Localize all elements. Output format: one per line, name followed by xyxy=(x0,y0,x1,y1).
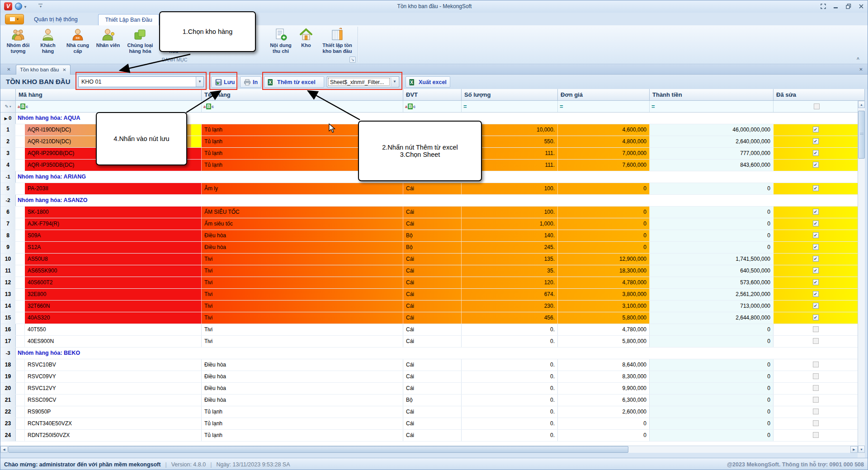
table-row[interactable]: 1240S600T2TiviCái120.4,780,000573,600,00… xyxy=(0,277,858,289)
cell-thanh-tien[interactable]: 0 xyxy=(650,418,774,429)
minimize-icon[interactable] xyxy=(831,2,840,10)
cell-don-gia[interactable]: 18,300,000 xyxy=(558,265,650,277)
cell-ma-hang[interactable]: S12A xyxy=(25,242,202,253)
column-header-1[interactable]: Tên hàng xyxy=(202,89,403,101)
close-tab-icon[interactable]: ✕ xyxy=(62,67,66,72)
cell-ma-hang[interactable]: RDNT250I50VZX xyxy=(25,430,202,441)
checkbox[interactable]: ✔ xyxy=(813,232,819,238)
cell-ten-hang[interactable]: ẤM SIÊU TỐC xyxy=(202,207,403,218)
cell-so-luong[interactable]: 0. xyxy=(462,383,558,394)
cell-ten-hang[interactable]: Tivi xyxy=(202,336,403,347)
cell-da-sua[interactable]: ✔ xyxy=(774,148,858,159)
checkbox[interactable]: ✔ xyxy=(813,268,819,273)
cell-thanh-tien[interactable]: 2,640,000,000 xyxy=(650,136,774,147)
cell-da-sua[interactable]: ✔ xyxy=(774,183,858,194)
cell-so-luong[interactable]: 0. xyxy=(462,336,558,347)
cell-da-sua[interactable] xyxy=(774,395,858,406)
cell-thanh-tien[interactable]: 843,600,000 xyxy=(650,160,774,171)
cell-so-luong[interactable]: 0. xyxy=(462,418,558,429)
cell-don-gia[interactable]: 0 xyxy=(558,183,650,194)
cell-da-sua[interactable]: ✔ xyxy=(774,254,858,265)
cell-ma-hang[interactable]: S09A xyxy=(25,230,202,241)
cell-ma-hang[interactable]: RSSC09CV xyxy=(25,395,202,406)
table-row[interactable]: 21RSSC09CVĐiều hòaBộ0.6,300,0000 xyxy=(0,395,858,406)
cell-ma-hang[interactable]: 32T660N xyxy=(25,301,202,312)
checkbox[interactable] xyxy=(813,432,819,438)
cell-so-luong[interactable]: 245. xyxy=(462,242,558,253)
checkbox[interactable] xyxy=(814,103,820,109)
cell-ma-hang[interactable]: AS65SK900 xyxy=(25,265,202,277)
cell-dvt[interactable]: Cái xyxy=(403,183,462,194)
cell-da-sua[interactable]: ✔ xyxy=(774,160,858,171)
cell-da-sua[interactable]: ✔ xyxy=(774,265,858,277)
cell-ten-hang[interactable]: Tủ lạnh xyxy=(202,406,403,418)
cell-da-sua[interactable] xyxy=(774,359,858,371)
filter-thanh-tien[interactable]: = xyxy=(650,101,774,112)
cell-thanh-tien[interactable]: 713,000,000 xyxy=(650,301,774,312)
cell-so-luong[interactable]: 456. xyxy=(462,312,558,324)
cell-da-sua[interactable] xyxy=(774,371,858,382)
cell-dvt[interactable]: Cái xyxy=(403,207,462,218)
column-header-0[interactable]: Mã hàng xyxy=(16,89,202,101)
cell-don-gia[interactable]: 7,000,000 xyxy=(558,148,650,159)
cell-so-luong[interactable]: 1,000. xyxy=(462,218,558,230)
cell-thanh-tien[interactable]: 0 xyxy=(650,383,774,394)
cell-don-gia[interactable]: 0 xyxy=(558,218,650,230)
cell-da-sua[interactable] xyxy=(774,418,858,429)
ribbon-button-nh-n-vi-n-[interactable]: Nhân viên xyxy=(94,26,123,62)
horizontal-scrollbar[interactable]: ◀ ▶ xyxy=(0,446,858,453)
cell-dvt[interactable]: Cái xyxy=(403,254,462,265)
cell-so-luong[interactable]: 0. xyxy=(462,324,558,335)
checkbox[interactable] xyxy=(813,326,819,332)
checkbox[interactable]: ✔ xyxy=(813,138,819,144)
checkbox[interactable] xyxy=(813,409,819,414)
cell-dvt[interactable]: Cái xyxy=(403,430,462,441)
cell-dvt[interactable]: Cái xyxy=(403,371,462,382)
cell-don-gia[interactable]: 0 xyxy=(558,242,650,253)
cell-don-gia[interactable]: 4,780,000 xyxy=(558,277,650,288)
ribbon-button-ch-ng-lo-i-h-ng-h-a[interactable]: Chủng loạihàng hóa xyxy=(123,26,157,62)
cell-don-gia[interactable]: 4,780,000 xyxy=(558,324,650,335)
checkbox[interactable] xyxy=(813,397,819,403)
column-header-2[interactable]: ĐVT xyxy=(403,89,462,101)
cell-ten-hang[interactable]: Điều hòa xyxy=(202,230,403,241)
cell-da-sua[interactable]: ✔ xyxy=(774,218,858,230)
cell-ma-hang[interactable]: SK-1800 xyxy=(25,207,202,218)
cell-ten-hang[interactable]: Tivi xyxy=(202,301,403,312)
cell-thanh-tien[interactable]: 0 xyxy=(650,430,774,441)
cell-dvt[interactable]: Cái xyxy=(403,301,462,312)
checkbox[interactable]: ✔ xyxy=(813,244,819,250)
ribbon-button-nh-cung-c-p[interactable]: DXNhà cungcấp xyxy=(63,26,93,62)
cell-ten-hang[interactable]: Tủ lạnh xyxy=(202,430,403,441)
cell-thanh-tien[interactable]: 0 xyxy=(650,359,774,371)
table-row[interactable]: 9S12AĐiều hòaBộ245.00✔ xyxy=(0,242,858,254)
checkbox[interactable]: ✔ xyxy=(813,127,819,132)
restore-icon[interactable] xyxy=(844,2,853,10)
cell-da-sua[interactable]: ✔ xyxy=(774,301,858,312)
cell-don-gia[interactable]: 0 xyxy=(558,230,650,241)
checkbox[interactable]: ✔ xyxy=(813,291,819,297)
cell-ten-hang[interactable]: Điều hòa xyxy=(202,395,403,406)
table-row[interactable]: 20RSVC12VYĐiều hòaCái0.9,900,0000 xyxy=(0,383,858,395)
cell-ma-hang[interactable]: RSVC12VY xyxy=(25,383,202,394)
cell-da-sua[interactable] xyxy=(774,324,858,335)
cell-ma-hang[interactable]: AS50U8 xyxy=(25,254,202,265)
column-header-3[interactable]: Số lượng xyxy=(462,89,558,101)
scroll-up-icon[interactable]: ▲ xyxy=(858,101,865,108)
column-header-4[interactable]: Đơn giá xyxy=(558,89,650,101)
cell-ten-hang[interactable]: Tivi xyxy=(202,265,403,277)
cell-dvt[interactable]: Cái xyxy=(403,418,462,429)
tab-ton-kho-ban-dau[interactable]: Tồn kho ban đầu✕ xyxy=(16,65,71,75)
cell-ma-hang[interactable]: 40AS320 xyxy=(25,312,202,324)
table-row[interactable]: 10AS50U8TiviCái135.12,900,0001,741,500,0… xyxy=(0,254,858,265)
cell-so-luong[interactable]: 100. xyxy=(462,207,558,218)
cell-da-sua[interactable]: ✔ xyxy=(774,207,858,218)
cell-ten-hang[interactable]: Tủ lạnh xyxy=(202,418,403,429)
ribbon-button-n-i-dung-thu-chi[interactable]: Nội dungthu chi xyxy=(267,26,294,62)
cell-dvt[interactable]: Cái xyxy=(403,406,462,418)
cell-don-gia[interactable]: 8,640,000 xyxy=(558,359,650,371)
table-row[interactable]: 18RSVC10BVĐiều hòaCái0.8,640,0000 xyxy=(0,359,858,371)
cell-so-luong[interactable]: 0. xyxy=(462,359,558,371)
cell-ten-hang[interactable]: Điều hòa xyxy=(202,383,403,394)
cell-thanh-tien[interactable]: 573,600,000 xyxy=(650,277,774,288)
